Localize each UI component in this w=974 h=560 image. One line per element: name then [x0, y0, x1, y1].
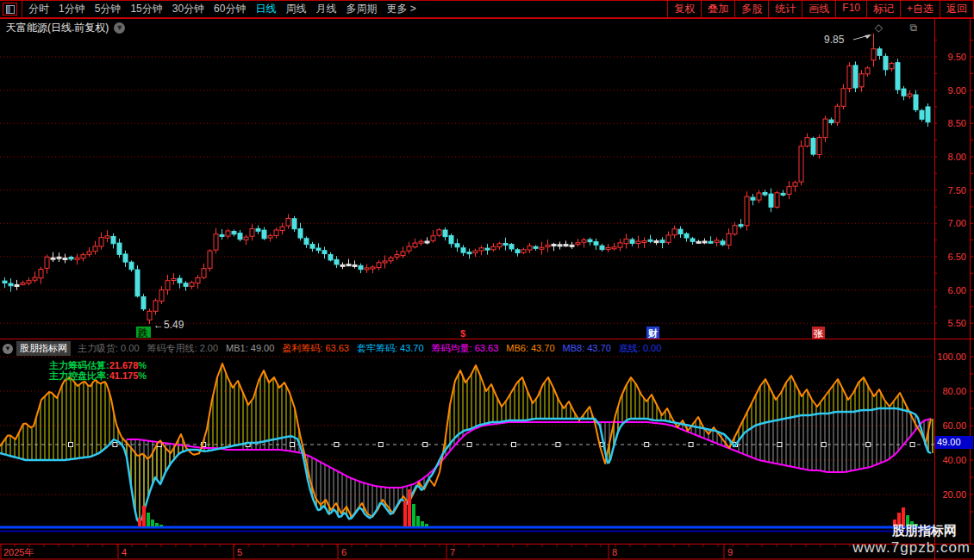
candle-body [208, 251, 212, 268]
chart-corner-icons[interactable]: ◇ ⧉ [875, 22, 929, 34]
candle-body [521, 250, 526, 252]
candle-body [914, 95, 918, 109]
mb1-square [512, 443, 516, 447]
watermark-site-name: 股朋指标网 [852, 523, 971, 539]
candle-body [45, 257, 49, 268]
candle-body [733, 226, 737, 234]
candle-body [805, 138, 809, 146]
volume-bar-0-2 [147, 513, 150, 526]
candle-body [871, 49, 876, 60]
candle-body [202, 269, 206, 277]
chart-canvas[interactable]: 9.509.008.508.007.507.006.506.005.509.85… [0, 0, 974, 560]
indicator-param-8: 底线: 0.00 [619, 343, 662, 353]
candlestick-layer[interactable] [3, 34, 930, 324]
candle-body [455, 244, 459, 247]
mb1-square [423, 443, 428, 447]
candle-body [564, 245, 568, 246]
tool-button-4[interactable]: 画线 [802, 0, 836, 18]
candle-body [787, 187, 791, 195]
volume-bar-0-5 [159, 525, 163, 526]
candle-body [769, 194, 773, 207]
candle-body [678, 229, 683, 233]
candle-body [99, 238, 103, 246]
mb1-square [645, 443, 649, 447]
chevron-circle-icon[interactable]: ▼ [3, 344, 13, 354]
candle-body [666, 235, 671, 242]
candle-body [648, 240, 652, 241]
candle-body [528, 246, 532, 250]
price-axis-label-8: 5.50 [948, 318, 966, 328]
month-label-3: 7 [450, 547, 455, 557]
candle-body [268, 236, 272, 238]
candle-body [334, 259, 339, 264]
chevron-down-icon[interactable]: ▼ [114, 22, 125, 34]
tool-button-8[interactable]: 返回 [940, 0, 974, 18]
candle-body [823, 119, 827, 138]
price-axis-label-5: 7.00 [948, 218, 966, 228]
candle-body [178, 278, 182, 283]
tool-button-0[interactable]: 复权 [667, 0, 702, 18]
indicator-axis-label-4: 20.00 [942, 489, 966, 500]
candle-body [365, 268, 369, 270]
tool-button-2[interactable]: 多股 [734, 0, 769, 18]
watermark-url: www.7gpzb.com [852, 539, 971, 557]
period-tab-3[interactable]: 15分钟 [130, 2, 162, 16]
candle-body [135, 270, 140, 296]
period-tab-10[interactable]: 更多 > [386, 2, 415, 16]
period-tab-9[interactable]: 多周期 [346, 2, 377, 16]
candle-body [841, 89, 846, 107]
candle-body [353, 264, 357, 266]
candle-body [540, 247, 544, 249]
candle-body [793, 183, 797, 186]
candle-body [359, 265, 363, 269]
indicator-param-0: 主力吸货: 0.00 [78, 343, 140, 353]
period-tab-7[interactable]: 周线 [285, 2, 306, 16]
candle-body [69, 257, 73, 258]
mb1-square [334, 443, 339, 447]
candle-body [413, 243, 417, 247]
candle-body [9, 283, 13, 286]
tool-button-5[interactable]: F10 [835, 0, 867, 18]
volume-bar-1-2 [412, 504, 415, 526]
candle-body [702, 241, 707, 243]
period-tab-2[interactable]: 5分钟 [95, 2, 122, 16]
candle-body [672, 229, 677, 235]
mb1-square [290, 443, 295, 447]
indicator-param-7: MB8: 43.70 [563, 343, 611, 353]
tool-button-6[interactable]: 标记 [866, 0, 901, 18]
tool-button-3[interactable]: 统计 [768, 0, 802, 18]
tool-button-1[interactable]: 叠加 [701, 0, 735, 18]
period-tab-6[interactable]: 日线 [255, 2, 276, 16]
indicator-header: ▼ 股朋指标网 主力吸货: 0.00筹码专用线: 2.00MB1: 49.00盈… [3, 341, 669, 356]
indicator-name-badge[interactable]: 股朋指标网 [16, 341, 71, 356]
candle-body [859, 74, 864, 87]
volume-bar-1-3 [416, 516, 420, 526]
window-icon[interactable] [3, 3, 17, 16]
candle-body [407, 246, 411, 251]
period-tab-0[interactable]: 分时 [28, 2, 49, 16]
candle-body [624, 240, 628, 244]
indicator-param-3: 盈利筹码: 63.63 [282, 343, 349, 353]
candle-body [696, 241, 701, 243]
period-tab-8[interactable]: 月线 [315, 2, 336, 16]
period-tab-1[interactable]: 1分钟 [59, 2, 85, 16]
candle-body [190, 283, 194, 286]
month-label-2: 6 [341, 547, 347, 557]
candle-body [21, 283, 25, 284]
period-toolbar: 分时1分钟5分钟15分钟30分钟60分钟日线周线月线多周期更多 > 复权叠加多股… [0, 0, 974, 18]
period-tab-4[interactable]: 30分钟 [172, 2, 204, 16]
candle-body [763, 192, 767, 195]
tool-button-7[interactable]: +自选 [900, 0, 940, 18]
volume-bar-0-1 [142, 506, 146, 526]
candle-body [654, 241, 659, 243]
candle-body [93, 246, 97, 252]
candle-body [129, 262, 134, 270]
candle-body [238, 233, 242, 240]
candle-body [757, 193, 761, 200]
candle-body [310, 245, 315, 249]
candle-body [304, 239, 309, 245]
volume-bar-1-0 [403, 501, 407, 526]
period-tab-5[interactable]: 60分钟 [214, 2, 246, 16]
indicator-axis-label-0: 100.00 [937, 352, 966, 362]
candle-body [81, 255, 85, 258]
